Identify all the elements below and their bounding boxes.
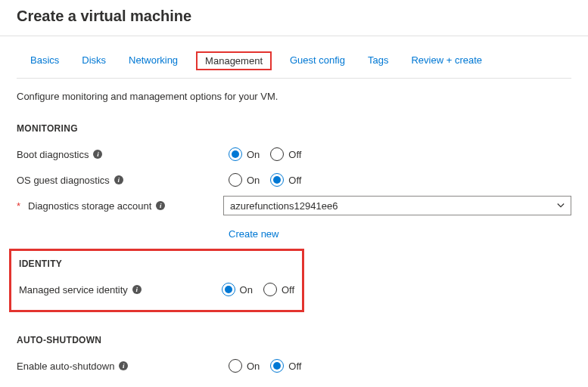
required-mark: *	[17, 200, 20, 212]
auto-shutdown-on[interactable]: On	[229, 359, 260, 373]
tab-disks[interactable]: Disks	[77, 51, 110, 75]
boot-diag-on[interactable]: On	[229, 147, 260, 161]
radio-label: On	[247, 149, 260, 160]
info-icon[interactable]: i	[132, 285, 142, 294]
radio-label: Off	[288, 149, 301, 160]
radio-label: Off	[288, 175, 301, 186]
select-value: azurefunctions12941ee6	[230, 200, 338, 212]
tab-basics[interactable]: Basics	[26, 51, 64, 75]
radio-label: Off	[288, 361, 301, 372]
diag-storage-select[interactable]: azurefunctions12941ee6	[223, 196, 571, 215]
label-diag-storage: Diagnostics storage account	[28, 200, 151, 212]
boot-diag-off[interactable]: Off	[270, 147, 301, 161]
row-diag-storage: * Diagnostics storage account i azurefun…	[17, 193, 571, 218]
tab-review-create[interactable]: Review + create	[406, 51, 487, 75]
row-boot-diagnostics: Boot diagnostics i On Off	[17, 141, 571, 167]
row-os-guest-diagnostics: OS guest diagnostics i On Off	[17, 167, 571, 193]
os-guest-diag-off[interactable]: Off	[270, 173, 301, 187]
tab-networking[interactable]: Networking	[124, 51, 182, 75]
msi-on[interactable]: On	[222, 283, 253, 296]
label-os-guest-diagnostics: OS guest diagnostics	[17, 175, 110, 186]
auto-shutdown-off[interactable]: Off	[270, 359, 301, 373]
tabs-bar: Basics Disks Networking Management Guest…	[17, 36, 571, 79]
info-icon[interactable]: i	[156, 201, 165, 210]
os-guest-diag-on[interactable]: On	[229, 173, 260, 187]
tab-description: Configure monitoring and management opti…	[17, 79, 571, 117]
page-title: Create a virtual machine	[0, 0, 588, 36]
radio-label: On	[240, 284, 253, 296]
info-icon[interactable]: i	[93, 150, 102, 159]
radio-label: On	[247, 175, 260, 186]
radio-label: On	[247, 361, 260, 372]
radio-label: Off	[282, 284, 294, 296]
row-auto-shutdown: Enable auto-shutdown i On Off	[17, 353, 571, 379]
tab-tags[interactable]: Tags	[363, 51, 393, 75]
msi-off[interactable]: Off	[263, 283, 294, 296]
section-identity: IDENTITY	[19, 259, 294, 277]
label-boot-diagnostics: Boot diagnostics	[17, 149, 89, 160]
section-auto-shutdown: AUTO-SHUTDOWN	[17, 329, 571, 353]
info-icon[interactable]: i	[119, 361, 128, 370]
row-create-new: Create new	[17, 218, 571, 244]
info-icon[interactable]: i	[114, 175, 123, 184]
tab-management[interactable]: Management	[196, 51, 272, 70]
label-auto-shutdown: Enable auto-shutdown	[17, 361, 114, 372]
chevron-down-icon	[557, 202, 565, 209]
label-msi: Managed service identity	[19, 284, 128, 296]
row-msi: Managed service identity i On Off	[19, 277, 294, 302]
identity-highlight: IDENTITY Managed service identity i On O…	[9, 249, 304, 312]
create-new-link[interactable]: Create new	[229, 224, 278, 240]
tab-guest-config[interactable]: Guest config	[285, 51, 350, 75]
section-monitoring: MONITORING	[17, 117, 571, 141]
